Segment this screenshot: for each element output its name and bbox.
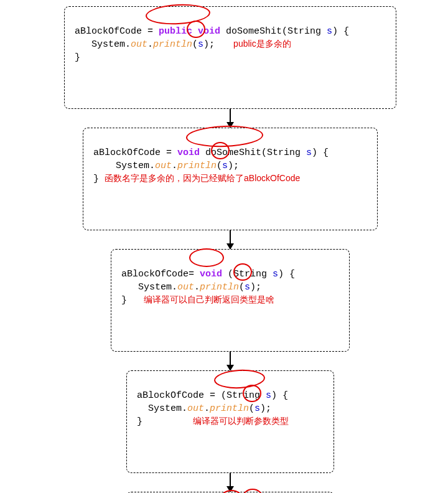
annotation: 编译器可以判断参数类型 [193, 416, 289, 426]
code-text: (String [222, 269, 273, 279]
keyword-void: void [177, 148, 200, 158]
arg-s: s [222, 161, 228, 171]
field-out: out [131, 39, 147, 50]
field-out: out [177, 282, 194, 293]
step-2-box: aBlockOfCode = void doSomeShit(String s)… [83, 128, 378, 230]
param-s: s [306, 148, 312, 158]
step-1-box: aBlockOfCode = public void doSomeShit(St… [64, 6, 396, 109]
arg-s: s [245, 282, 250, 293]
keyword-void: void [192, 26, 220, 37]
step-3-box: aBlockOfCode= void (String s) { System.o… [111, 249, 350, 352]
code-text: ); [228, 161, 239, 171]
code-text: ) { [312, 148, 329, 158]
step-4-box: aBlockOfCode = (String s) { System.out.p… [126, 370, 334, 473]
code-text: ( [192, 39, 198, 50]
code-text: } [93, 174, 99, 184]
code-text: ) { [278, 269, 295, 279]
method-println: println [177, 161, 217, 171]
code-text: ); [250, 282, 261, 293]
code-text: } [137, 416, 142, 427]
code-text: . [147, 39, 153, 50]
code-text: ( [217, 161, 222, 171]
highlight-circle [145, 2, 211, 26]
annotation: public是多余的 [233, 39, 291, 49]
method-println: println [210, 403, 249, 414]
arg-s: s [254, 403, 260, 414]
method-println: println [153, 39, 192, 50]
code-text: System. [137, 403, 187, 414]
param-s: s [327, 26, 332, 37]
field-out: out [187, 403, 204, 414]
code-text: ( [239, 282, 245, 293]
highlight-circle [189, 248, 224, 267]
annotation: 编译器可以自己判断返回类型是啥 [144, 294, 274, 304]
arrow-icon [230, 109, 231, 128]
highlight-circle [213, 369, 265, 390]
param-s: s [273, 269, 278, 279]
code-text: ); [203, 39, 215, 50]
code-text: ) { [271, 390, 288, 401]
annotation: 函数名字是多余的，因为已经赋给了aBlockOfCode [105, 173, 300, 183]
method-println: println [200, 282, 239, 293]
highlight-circle [185, 124, 263, 148]
code-text: . [172, 161, 177, 171]
code-text: } [121, 295, 127, 306]
code-text: ); [260, 403, 271, 414]
code-text: . [194, 282, 200, 293]
code-text: ) { [332, 26, 349, 37]
arrow-icon [230, 230, 231, 249]
code-text: aBlockOfCode = [93, 148, 177, 158]
code-text: . [204, 403, 210, 414]
code-text: System. [75, 39, 131, 50]
param-s: s [266, 390, 271, 401]
code-text: ( [249, 403, 254, 414]
field-out: out [155, 161, 172, 171]
keyword-void: void [200, 269, 222, 279]
arrow-icon [230, 352, 231, 370]
code-text: System. [121, 282, 177, 293]
code-text: System. [93, 161, 155, 171]
code-text: aBlockOfCode= [121, 269, 200, 279]
flowchart: aBlockOfCode = public void doSomeShit(St… [6, 6, 448, 493]
arg-s: s [198, 39, 203, 50]
arrow-icon [230, 473, 231, 492]
code-text: aBlockOfCode = [75, 26, 159, 37]
keyword-public: public [159, 26, 192, 37]
highlight-circle [242, 489, 263, 493]
code-text: doSomeShit(String [200, 148, 306, 158]
code-text: aBlockOfCode = (String [137, 390, 266, 401]
code-text: } [75, 52, 80, 63]
code-text: doSomeShit(String [220, 26, 327, 37]
